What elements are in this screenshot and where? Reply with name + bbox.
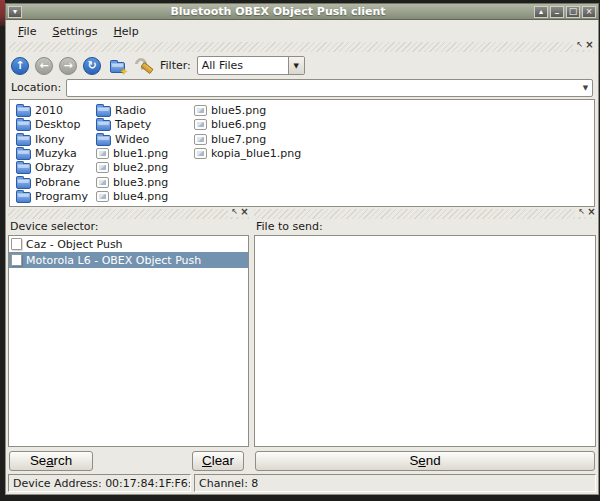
file-item[interactable]: Desktop xyxy=(16,117,90,131)
dock-close-icon[interactable]: × xyxy=(587,207,596,217)
file-name: Ikony xyxy=(35,133,64,146)
file-item[interactable]: Programy xyxy=(16,190,90,204)
file-item[interactable]: 2010 xyxy=(16,103,90,117)
maximize-button[interactable]: □ xyxy=(566,6,580,18)
file-name: Obrazy xyxy=(35,161,74,174)
image-file-icon xyxy=(194,119,207,130)
device-selector-label: Device selector: xyxy=(8,220,249,235)
file-name: blue5.png xyxy=(211,104,266,117)
maximize-icon: □ xyxy=(569,7,578,16)
file-item[interactable]: Pobrane xyxy=(16,175,90,189)
go-back-button[interactable]: ← xyxy=(35,57,53,75)
image-file-icon xyxy=(194,105,207,116)
window-title: Bluetooth OBEX Object Push client xyxy=(24,5,532,18)
file-to-send-list[interactable] xyxy=(254,235,596,447)
device-list[interactable]: Caz - Object Push Motorola L6 - OBEX Obj… xyxy=(8,235,249,447)
folder-icon xyxy=(96,106,111,117)
dock-close-icon[interactable]: × xyxy=(240,207,249,217)
minimize-icon: _ xyxy=(555,6,559,14)
dock-close-icon[interactable]: × xyxy=(585,40,594,50)
file-name: Pobrane xyxy=(35,176,80,189)
file-browser[interactable]: 2010 Desktop Ikony Muzyka Obrazy Pobrane… xyxy=(9,99,595,207)
filter-label: Filter: xyxy=(160,59,191,72)
shade-icon: ▴ xyxy=(539,8,543,16)
file-item[interactable]: blue3.png xyxy=(96,175,188,189)
reload-button[interactable]: ↻ xyxy=(83,57,101,75)
file-column: Radio Tapety Wideo blue1.png blue2.png b… xyxy=(96,103,188,204)
file-item[interactable]: blue1.png xyxy=(96,146,188,160)
filter-combobox[interactable]: All Files ▼ xyxy=(197,56,305,75)
status-channel: Channel: 8 xyxy=(194,474,596,492)
folder-icon xyxy=(96,135,111,146)
search-button[interactable]: Search xyxy=(9,451,93,471)
device-checkbox[interactable] xyxy=(11,238,22,250)
file-item[interactable]: Radio xyxy=(96,103,188,117)
device-selector-panel: ↖ × Device selector: Caz - Object Push M… xyxy=(8,209,249,472)
toolbar-dock-handle[interactable]: ↖ × xyxy=(9,42,594,52)
shade-button[interactable]: ▴ xyxy=(534,6,548,18)
clear-button[interactable]: Clear xyxy=(192,451,244,471)
file-name: blue2.png xyxy=(113,161,168,174)
file-item[interactable]: Wideo xyxy=(96,132,188,146)
dock-float-icon[interactable]: ↖ xyxy=(575,40,584,50)
device-checkbox[interactable] xyxy=(11,254,22,266)
file-panel-dock-controls: ↖ × xyxy=(575,207,596,217)
device-row-caz[interactable]: Caz - Object Push xyxy=(9,236,248,252)
menu-file[interactable]: File xyxy=(10,23,44,40)
file-item[interactable]: blue4.png xyxy=(96,190,188,204)
folder-icon xyxy=(16,149,31,160)
go-forward-button[interactable]: → xyxy=(59,57,77,75)
file-name: Desktop xyxy=(35,118,80,131)
menu-help[interactable]: Help xyxy=(106,23,147,40)
window-body: File Settings Help ↖ × ↑ ← → ↻ xyxy=(5,20,599,495)
dock-panels: ↖ × Device selector: Caz - Object Push M… xyxy=(8,209,596,472)
go-up-button[interactable]: ↑ xyxy=(11,57,29,75)
file-name: blue6.png xyxy=(211,118,266,131)
file-to-send-panel: ↖ × File to send: Send xyxy=(254,209,596,472)
dock-float-icon[interactable]: ↖ xyxy=(577,207,586,217)
image-file-icon xyxy=(96,148,109,159)
file-item[interactable]: blue6.png xyxy=(194,118,592,133)
statusbar: Device Address: 00:17:84:1F:F6:E7 Channe… xyxy=(8,474,596,492)
file-column: 2010 Desktop Ikony Muzyka Obrazy Pobrane… xyxy=(16,103,90,204)
titlebar: ▾ Bluetooth OBEX Object Push client ▴ _ … xyxy=(5,3,599,20)
up-arrow-icon: ↑ xyxy=(15,60,24,71)
location-dropdown-icon[interactable]: ▼ xyxy=(580,84,592,92)
send-button[interactable]: Send xyxy=(255,451,595,471)
file-item[interactable]: blue2.png xyxy=(96,161,188,175)
close-button[interactable]: × xyxy=(582,6,596,18)
file-name: 2010 xyxy=(35,104,63,117)
file-item[interactable]: Obrazy xyxy=(16,161,90,175)
new-folder-button[interactable]: ✦ xyxy=(107,56,127,76)
file-name: Muzyka xyxy=(35,147,77,160)
minimize-button[interactable]: _ xyxy=(550,6,564,18)
location-input[interactable]: ▼ xyxy=(66,79,593,97)
image-file-icon xyxy=(194,134,207,145)
file-column: blue5.png blue6.png blue7.png kopia_blue… xyxy=(194,103,592,204)
configure-button[interactable] xyxy=(133,56,152,75)
file-name: Wideo xyxy=(115,133,149,146)
file-item[interactable]: Ikony xyxy=(16,132,90,146)
folder-icon xyxy=(16,163,31,174)
menu-settings[interactable]: Settings xyxy=(44,23,105,40)
dock-float-icon[interactable]: ↖ xyxy=(230,207,239,217)
menubar: File Settings Help xyxy=(8,21,596,41)
device-panel-buttons: Search Clear xyxy=(8,447,249,472)
reload-icon: ↻ xyxy=(87,60,96,71)
file-item[interactable]: Tapety xyxy=(96,117,188,131)
window-menu-button[interactable]: ▾ xyxy=(8,6,22,18)
file-item[interactable]: kopia_blue1.png xyxy=(194,147,592,162)
file-item[interactable]: Muzyka xyxy=(16,146,90,160)
filter-dropdown-button[interactable]: ▼ xyxy=(288,57,304,74)
device-label: Motorola L6 - OBEX Object Push xyxy=(26,254,201,267)
image-file-icon xyxy=(96,162,109,173)
file-panel-dock-handle[interactable]: ↖ × xyxy=(254,209,596,219)
file-item[interactable]: blue5.png xyxy=(194,103,592,118)
file-name: Programy xyxy=(35,190,88,203)
file-name: blue4.png xyxy=(113,190,168,203)
file-name: blue7.png xyxy=(211,133,266,146)
device-panel-dock-handle[interactable]: ↖ × xyxy=(8,209,249,219)
file-item[interactable]: blue7.png xyxy=(194,132,592,147)
device-row-motorola[interactable]: Motorola L6 - OBEX Object Push xyxy=(9,252,248,268)
image-file-icon xyxy=(96,177,109,188)
